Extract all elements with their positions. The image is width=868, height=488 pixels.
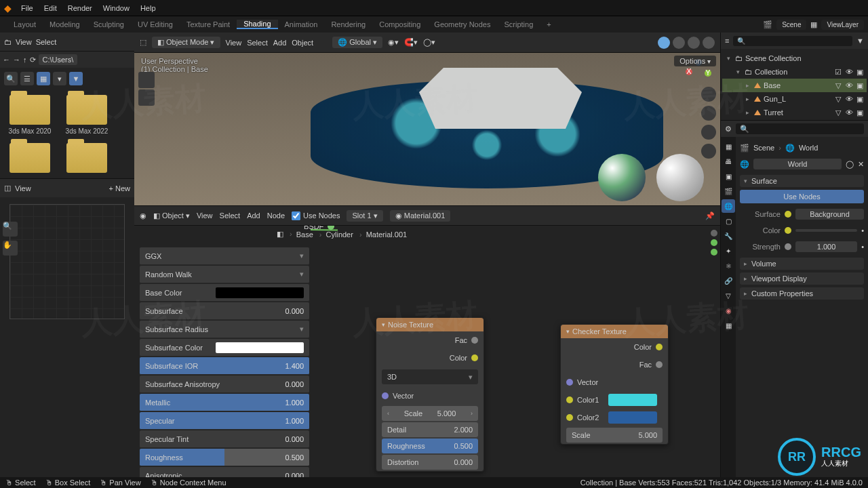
unlink-icon[interactable]: ✕: [858, 160, 864, 169]
color1-swatch[interactable]: [608, 394, 657, 406]
noise-dim-dropdown[interactable]: 3D: [382, 369, 478, 384]
tab-render[interactable]: ▦: [722, 140, 735, 153]
world-datablock[interactable]: World: [753, 159, 842, 169]
collection-item[interactable]: ▾🗀 Collection☑👁▣: [722, 65, 867, 79]
distribution-dropdown[interactable]: GGX: [140, 247, 309, 265]
ws-sculpting[interactable]: Sculpting: [87, 20, 131, 28]
tab-data[interactable]: ▽: [722, 289, 735, 302]
object-base[interactable]: ▸Base▽👁▣: [722, 79, 867, 92]
slot-dropdown[interactable]: Slot 1 ▾: [347, 210, 382, 222]
noise-scale-field[interactable]: ‹Scale5.000›: [382, 406, 478, 421]
nav-fwd[interactable]: →: [13, 56, 20, 64]
scene-collection[interactable]: ▾🗀 Scene Collection: [722, 52, 867, 65]
viewport-options[interactable]: Options ▾: [674, 56, 716, 66]
filter-icon[interactable]: ▼: [69, 72, 83, 85]
snap-toggle[interactable]: 🧲▾: [404, 38, 418, 47]
node-editor[interactable]: ◧BaseCylinderMaterial.001 BSDF GGX Rando…: [134, 226, 720, 477]
tab-particles[interactable]: ✦: [722, 244, 735, 258]
menu-render[interactable]: Render: [62, 4, 98, 12]
surface-section[interactable]: Surface: [740, 175, 864, 187]
noise-detail-field[interactable]: Detail2.000: [382, 422, 478, 437]
tab-world[interactable]: 🌐: [722, 199, 735, 213]
outliner-search[interactable]: [733, 36, 852, 46]
ne-select[interactable]: Select: [220, 211, 241, 220]
volume-section[interactable]: Volume: [740, 258, 864, 270]
noise-texture-node[interactable]: Noise Texture Fac Color 3D Vector ‹Scale…: [376, 317, 484, 472]
socket-color-out[interactable]: [471, 354, 478, 361]
use-nodes-button[interactable]: Use Nodes: [740, 190, 864, 203]
ws-compositing[interactable]: Compositing: [372, 20, 427, 28]
tab-modifier[interactable]: 🔧: [722, 229, 735, 243]
sort-icon[interactable]: ▾: [53, 72, 66, 85]
socket-vector-in[interactable]: [382, 392, 389, 399]
pan-icon[interactable]: ✋: [3, 241, 18, 256]
tab-physics[interactable]: ⚛: [722, 259, 735, 272]
new-world-btn[interactable]: ◯: [846, 160, 854, 169]
node-header[interactable]: Checker Texture: [561, 325, 668, 338]
ws-layout[interactable]: Layout: [7, 20, 43, 28]
specular-row[interactable]: Specular1.000: [140, 412, 309, 430]
object-turret[interactable]: ▸Turret▽👁▣: [722, 106, 867, 119]
shading-rendered[interactable]: [703, 37, 715, 49]
nav-back[interactable]: ←: [3, 56, 10, 64]
node-mode[interactable]: ◧ Object ▾: [153, 211, 190, 220]
socket-fac-out[interactable]: [471, 337, 478, 344]
folder-item[interactable]: 3ds Max 2020: [5, 95, 54, 135]
folder-item[interactable]: [62, 143, 111, 173]
ws-scripting[interactable]: Scripting: [497, 20, 540, 28]
ws-modeling[interactable]: Modeling: [43, 20, 87, 28]
world-strength[interactable]: 1.000: [795, 241, 857, 252]
base-color-row[interactable]: Base Color: [140, 284, 309, 302]
nav-refresh[interactable]: ⟳: [30, 56, 36, 64]
camera-icon[interactable]: [701, 125, 716, 140]
vp-add[interactable]: Add: [273, 39, 287, 47]
menu-window[interactable]: Window: [98, 4, 135, 12]
uv-view[interactable]: View: [15, 184, 31, 192]
specular-tint-row[interactable]: Specular Tint0.000: [140, 430, 309, 448]
path-field[interactable]: C:\Users\: [39, 54, 78, 65]
subsurface-color-row[interactable]: Subsurface Color: [140, 339, 309, 357]
tool-cursor[interactable]: [138, 89, 155, 106]
ne-add[interactable]: Add: [247, 211, 260, 220]
pin-icon[interactable]: 📌: [705, 211, 715, 220]
roughness-row[interactable]: Roughness0.500: [140, 449, 309, 466]
nav-up[interactable]: ↑: [23, 56, 27, 64]
proportional-edit[interactable]: ◯▾: [423, 38, 435, 47]
checker-scale-field[interactable]: Scale5.000: [566, 428, 663, 443]
folder-item[interactable]: 3ds Max 2022: [62, 95, 111, 135]
ws-rendering[interactable]: Rendering: [324, 20, 372, 28]
uv-new[interactable]: + New: [109, 184, 131, 192]
sss-method-dropdown[interactable]: Random Walk: [140, 266, 309, 283]
socket-fac-out[interactable]: [656, 361, 663, 368]
menu-file[interactable]: File: [16, 4, 39, 12]
anisotropic-row[interactable]: Anisotropic0.000: [140, 467, 309, 477]
noise-distortion-field[interactable]: Distortion0.000: [382, 455, 478, 470]
subsurface-radius-row[interactable]: Subsurface Radius: [140, 321, 309, 338]
vp-object[interactable]: Object: [292, 39, 313, 47]
props-search[interactable]: [736, 123, 864, 134]
use-nodes-checkbox[interactable]: Use Nodes: [292, 211, 340, 220]
vp-view[interactable]: View: [226, 39, 242, 47]
menu-edit[interactable]: Edit: [39, 4, 62, 12]
ws-animation[interactable]: Animation: [278, 20, 325, 28]
uv-canvas[interactable]: [9, 204, 125, 319]
socket-shader-out[interactable]: [328, 226, 334, 230]
orientation-dropdown[interactable]: 🌐 Global ▾: [332, 37, 382, 48]
noise-roughness-field[interactable]: Roughness0.500: [382, 439, 478, 453]
scene-field[interactable]: Scene: [776, 20, 806, 30]
color-swatch[interactable]: [216, 287, 304, 298]
ws-uvediting[interactable]: UV Editing: [131, 20, 180, 28]
ws-texpaint[interactable]: Texture Paint: [180, 20, 237, 28]
zoom-icon[interactable]: [701, 87, 716, 102]
material-field[interactable]: ◉ Material.001: [390, 210, 451, 222]
shading-solid[interactable]: [673, 37, 685, 49]
fb-select[interactable]: Select: [36, 38, 57, 46]
subsurface-aniso-row[interactable]: Subsurface Anisotropy0.000: [140, 375, 309, 393]
ne-node[interactable]: Node: [267, 211, 285, 220]
editor-type-icon[interactable]: ⬚: [140, 38, 146, 47]
tab-output[interactable]: 🖶: [722, 155, 735, 168]
fb-view[interactable]: View: [16, 38, 32, 46]
shading-matprev[interactable]: [688, 37, 700, 49]
principled-bsdf-node[interactable]: GGX Random Walk Base Color Subsurface0.0…: [140, 247, 309, 477]
viewport-3d[interactable]: User Perspective (1) Collection | Base Z…: [134, 53, 720, 205]
